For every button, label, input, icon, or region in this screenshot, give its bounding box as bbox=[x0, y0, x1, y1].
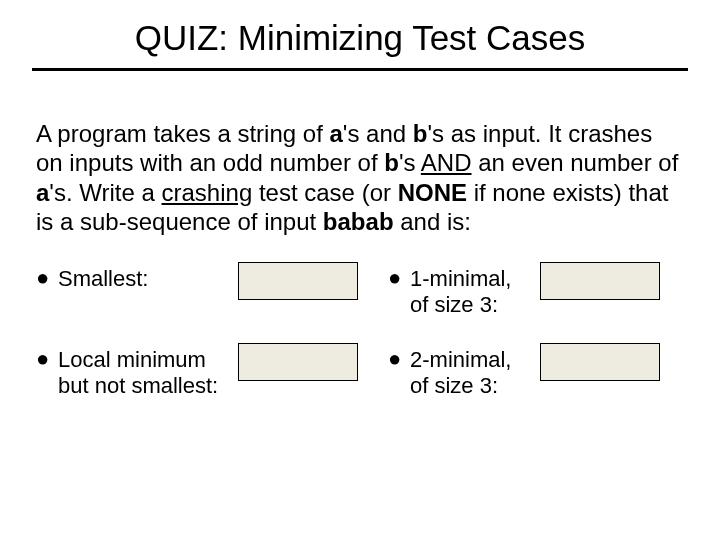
quiz-prompt: A program takes a string of a's and b's … bbox=[36, 119, 684, 236]
prompt-text: 's bbox=[399, 149, 421, 176]
prompt-text: and is: bbox=[394, 208, 471, 235]
bullet-icon: ● bbox=[36, 347, 58, 371]
bullet-icon: ● bbox=[388, 347, 410, 371]
underline-crashing: crashing bbox=[162, 179, 253, 206]
answer-box-1minimal[interactable] bbox=[540, 262, 660, 300]
item-1minimal-label: 1-minimal, of size 3: bbox=[410, 266, 540, 319]
item-smallest-label: Smallest: bbox=[58, 266, 238, 292]
slide: QUIZ: Minimizing Test Cases A program ta… bbox=[0, 0, 720, 540]
prompt-text: A program takes a string of bbox=[36, 120, 329, 147]
letter-b: b bbox=[384, 149, 399, 176]
letter-a: a bbox=[36, 179, 49, 206]
bold-none: NONE bbox=[398, 179, 467, 206]
slide-title: QUIZ: Minimizing Test Cases bbox=[32, 18, 688, 68]
item-2minimal-label: 2-minimal, of size 3: bbox=[410, 347, 540, 400]
bold-babab: babab bbox=[323, 208, 394, 235]
underline-and: AND bbox=[421, 149, 472, 176]
title-rule bbox=[32, 68, 688, 71]
letter-a: a bbox=[329, 120, 342, 147]
prompt-text: test case (or bbox=[252, 179, 397, 206]
answer-grid: ● Smallest: ● 1-minimal, of size 3: ● Lo… bbox=[36, 266, 688, 400]
prompt-text: 's. Write a bbox=[49, 179, 161, 206]
item-localmin-label: Local minimum but not smallest: bbox=[58, 347, 238, 400]
letter-b: b bbox=[413, 120, 428, 147]
prompt-text: an even number of bbox=[472, 149, 679, 176]
prompt-text: 's and bbox=[343, 120, 413, 147]
answer-box-2minimal[interactable] bbox=[540, 343, 660, 381]
answer-box-localmin[interactable] bbox=[238, 343, 358, 381]
answer-box-smallest[interactable] bbox=[238, 262, 358, 300]
bullet-icon: ● bbox=[388, 266, 410, 290]
bullet-icon: ● bbox=[36, 266, 58, 290]
